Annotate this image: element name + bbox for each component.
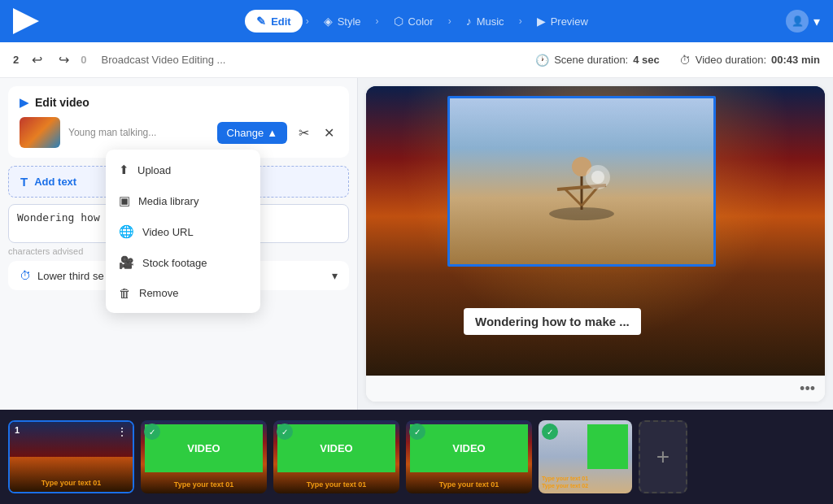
- color-icon: ⬡: [394, 15, 403, 28]
- nav-step-edit[interactable]: ✎ Edit: [245, 10, 303, 33]
- nav-step-music[interactable]: ♪ Music: [455, 10, 516, 33]
- nav-step-music-label: Music: [477, 15, 504, 28]
- video-section-icon: ▶: [20, 96, 28, 109]
- scene-3-label: Type your text 01: [307, 480, 366, 489]
- scene-3-thumb[interactable]: VIDEO Type your text 01 ✓: [273, 420, 399, 493]
- lower-third-expand-button[interactable]: ▾: [332, 269, 338, 282]
- plus-icon: +: [656, 444, 669, 470]
- beach-scene-svg: [525, 124, 639, 238]
- redo-button[interactable]: ↪: [54, 49, 74, 71]
- scene-2-video-label: VIDEO: [187, 442, 220, 454]
- trash-icon: 🗑: [119, 286, 131, 300]
- remove-video-button[interactable]: ✕: [321, 122, 338, 144]
- scene-1-dots[interactable]: ⋮: [116, 425, 128, 438]
- edit-video-section: ▶ Edit video Young man talking... Change…: [8, 86, 349, 158]
- svg-line-6: [582, 187, 598, 206]
- chevron-down-icon: ▾: [813, 14, 820, 29]
- scene-4-check: ✓: [409, 424, 425, 440]
- dropdown-item-remove[interactable]: 🗑 Remove: [106, 278, 260, 308]
- scene-3-check: ✓: [277, 424, 293, 440]
- svg-point-8: [591, 171, 604, 184]
- scene-3-video-label: VIDEO: [320, 442, 352, 454]
- video-overlay[interactable]: [447, 96, 716, 267]
- scene-1-label: Type your text 01: [41, 479, 101, 487]
- lower-third-icon: ⏱: [20, 269, 31, 282]
- scene-duration-label: Scene duration:: [554, 54, 628, 66]
- caption-box: Wondering how to make ...: [464, 308, 641, 335]
- dropdown-item-stock-footage[interactable]: 🎥 Stock footage: [106, 247, 260, 278]
- scene-5-check: ✓: [542, 424, 558, 440]
- nav-arrow-2: ›: [376, 15, 379, 27]
- main-content: ▶ Edit video Young man talking... Change…: [0, 78, 833, 410]
- scene-4-label: Type your text 01: [439, 480, 499, 489]
- text-icon: T: [20, 175, 28, 189]
- upload-icon: ⬆: [119, 163, 129, 177]
- scene-2-thumb[interactable]: VIDEO Type your text 01 ✓: [141, 420, 267, 493]
- clock-icon: 🕐: [535, 54, 549, 67]
- dropdown-item-media-library[interactable]: ▣ Media library: [106, 185, 260, 216]
- project-title: Broadcast Video Editing ...: [101, 54, 529, 66]
- scene-4-video-label: VIDEO: [452, 442, 485, 454]
- scene-1-number: 1: [15, 425, 20, 435]
- scene-5-label1: Type your text 01: [542, 475, 629, 482]
- video-source-row: Young man talking... Change ▲ ✂ ✕: [20, 117, 338, 148]
- scene-4-thumb[interactable]: VIDEO Type your text 01 ✓: [406, 420, 532, 493]
- nav-step-style-label: Style: [338, 15, 361, 28]
- nav-step-edit-label: Edit: [271, 15, 291, 28]
- toolbar: 2 ↩ ↪ 0 Broadcast Video Editing ... 🕐 Sc…: [0, 42, 833, 78]
- add-scene-button[interactable]: +: [639, 420, 687, 493]
- scene-2-label: Type your text 01: [174, 480, 233, 489]
- nav-steps: ✎ Edit › ◈ Style › ⬡ Color › ♪ Music › ▶…: [59, 10, 786, 33]
- nav-arrow-4: ›: [519, 15, 522, 27]
- dropdown-item-video-url[interactable]: 🌐 Video URL: [106, 216, 260, 247]
- caption-text: Wondering how to make ...: [475, 315, 630, 328]
- app-logo[interactable]: [13, 8, 39, 34]
- more-options-button[interactable]: •••: [800, 380, 815, 398]
- duration-info: 🕐 Scene duration: 4 sec ⏱ Video duration…: [535, 54, 820, 67]
- left-panel: ▶ Edit video Young man talking... Change…: [0, 78, 358, 410]
- user-menu[interactable]: 👤 ▾: [786, 10, 820, 33]
- video-inner: [450, 98, 713, 264]
- music-icon: ♪: [466, 15, 472, 28]
- timer-icon: ⏱: [679, 54, 691, 67]
- redo-count: 0: [81, 54, 86, 66]
- scene-duration-info: 🕐 Scene duration: 4 sec: [535, 54, 660, 67]
- nav-arrow-1: ›: [306, 15, 309, 27]
- edit-icon: ✎: [256, 15, 266, 28]
- video-thumbnail: [20, 117, 60, 148]
- preview-footer: •••: [366, 376, 825, 402]
- media-library-icon: ▣: [119, 193, 130, 208]
- undo-count: 2: [13, 54, 19, 66]
- scene-duration-value: 4 sec: [633, 54, 660, 66]
- nav-arrow-3: ›: [448, 15, 451, 27]
- scene-5-thumb[interactable]: Type your text 01 Type your text 02 ✓: [539, 420, 632, 493]
- dropdown-item-upload[interactable]: ⬆ Upload: [106, 154, 260, 185]
- scene-1-thumb[interactable]: Type your text 01 1 ⋮: [8, 420, 134, 493]
- nav-step-color-label: Color: [408, 15, 434, 28]
- video-duration-info: ⏱ Video duration: 00:43 min: [679, 54, 820, 67]
- video-source-label: Young man talking...: [68, 127, 209, 138]
- nav-step-preview[interactable]: ▶ Preview: [526, 10, 600, 33]
- nav-step-style[interactable]: ◈ Style: [312, 10, 373, 33]
- preview-canvas: Wondering how to make ...: [366, 86, 825, 376]
- filmstrip: Type your text 01 1 ⋮ VIDEO Type your te…: [0, 410, 833, 504]
- chevron-up-icon: ▲: [267, 127, 277, 139]
- cut-icon-button[interactable]: ✂: [295, 122, 312, 144]
- undo-button[interactable]: ↩: [27, 49, 47, 71]
- preview-icon: ▶: [537, 15, 546, 28]
- camera-icon: 🎥: [119, 255, 134, 270]
- video-duration-value: 00:43 min: [771, 54, 820, 66]
- edit-video-title: ▶ Edit video: [20, 96, 338, 109]
- change-dropdown-menu: ⬆ Upload ▣ Media library 🌐 Video URL 🎥 S…: [106, 150, 260, 313]
- preview-area: Wondering how to make ... •••: [366, 86, 825, 402]
- nav-step-preview-label: Preview: [551, 15, 588, 28]
- change-video-button[interactable]: Change ▲: [217, 122, 287, 144]
- video-duration-label: Video duration:: [696, 54, 766, 66]
- style-icon: ◈: [324, 15, 333, 28]
- scene-2-check: ✓: [144, 424, 160, 440]
- avatar: 👤: [786, 10, 809, 33]
- svg-line-5: [565, 189, 582, 206]
- nav-step-color[interactable]: ⬡ Color: [382, 10, 445, 33]
- globe-icon: 🌐: [119, 224, 134, 239]
- top-navigation: ✎ Edit › ◈ Style › ⬡ Color › ♪ Music › ▶…: [0, 0, 833, 42]
